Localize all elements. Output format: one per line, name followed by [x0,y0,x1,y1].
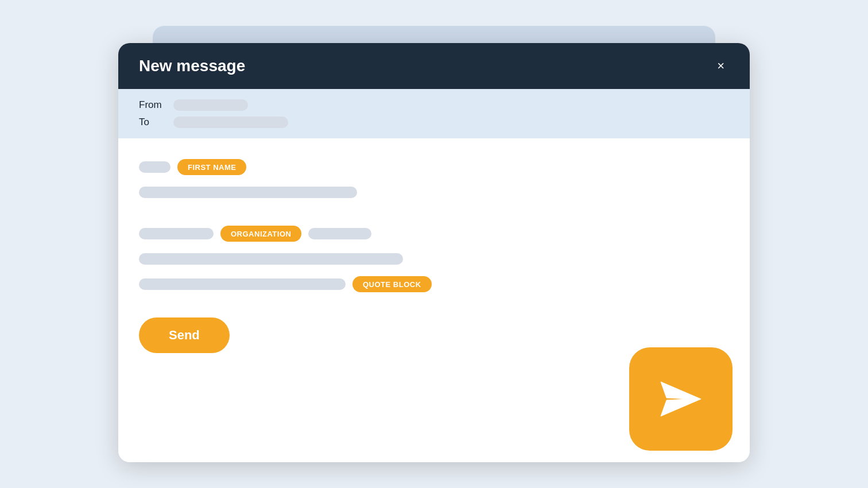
from-row: From [139,99,729,111]
modal-body: FIRST NAME ORGANIZATION [118,138,750,462]
quote-block-badge[interactable]: QUOTE BLOCK [352,276,432,292]
modal-header: New message × [118,43,750,89]
first-name-pre-pill [139,161,170,173]
close-button[interactable]: × [712,57,729,75]
org-pre-pill [139,228,214,239]
from-value-pill [173,99,248,111]
to-value-pill [173,117,288,128]
scene: New message × From To FIRST NAME [118,26,750,462]
body-line-5 [139,253,729,265]
body-bar-2 [139,187,357,198]
quote-block-row: QUOTE BLOCK [139,276,729,292]
organization-row: ORGANIZATION [139,226,729,242]
send-icon-widget [629,347,733,451]
body-line-2 [139,187,729,198]
to-row: To [139,117,729,128]
first-name-row: FIRST NAME [139,159,729,175]
modal-title: New message [139,57,245,75]
to-label: To [139,117,173,128]
from-label: From [139,99,173,111]
organization-badge[interactable]: ORGANIZATION [220,226,301,242]
from-to-section: From To [118,89,750,138]
svg-marker-0 [661,382,701,416]
org-post-pill [308,228,371,239]
quote-pre-pill [139,278,346,290]
send-icon [652,370,710,428]
body-bar-5 [139,253,403,265]
modal: New message × From To FIRST NAME [118,43,750,462]
first-name-badge[interactable]: FIRST NAME [177,159,246,175]
send-button[interactable]: Send [139,317,230,353]
